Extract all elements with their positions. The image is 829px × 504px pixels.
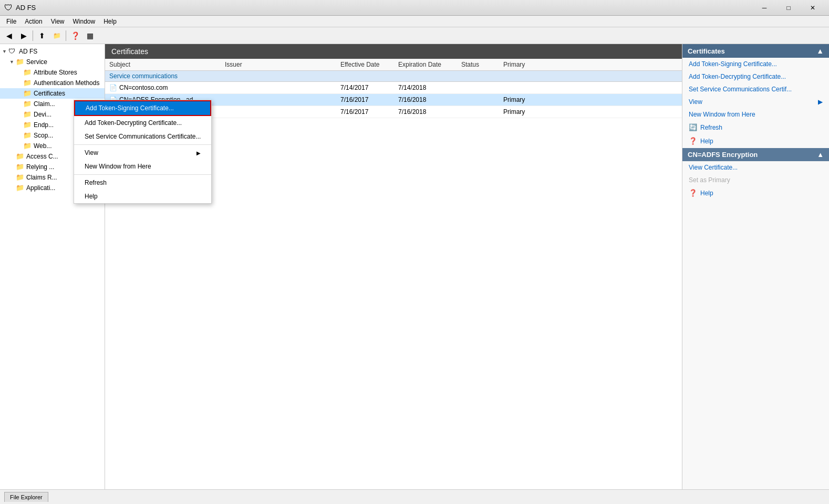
auth-expand-icon	[17, 80, 22, 86]
action-view-cert[interactable]: View Certificate...	[682, 161, 829, 174]
menu-file[interactable]: File	[2, 17, 20, 26]
menu-help[interactable]: Help	[99, 17, 121, 26]
endp-expand-icon	[17, 122, 22, 128]
auth-label: Authentication Methods	[34, 79, 99, 87]
action-view[interactable]: View ▶	[682, 96, 829, 108]
section-service-comms: Service communications	[105, 71, 682, 82]
adfs-label: AD FS	[19, 48, 37, 55]
cert-effective-encryption: 7/16/2017	[340, 96, 398, 103]
help-encryption-label: Help	[700, 190, 713, 197]
browse-button[interactable]: 📁	[50, 29, 64, 43]
col-header-status[interactable]: Status	[461, 61, 503, 68]
context-menu: Add Token-Signing Certificate... Add Tok…	[74, 100, 212, 204]
status-tab-file-explorer[interactable]: File Explorer	[4, 492, 48, 502]
table-header: Subject Issuer Effective Date Expiration…	[105, 59, 682, 71]
ctx-refresh[interactable]: Refresh	[74, 176, 211, 190]
actions-header-certs-label: Certificates	[688, 47, 725, 55]
access-folder-icon: 📁	[16, 152, 24, 161]
action-add-signing[interactable]: Add Token-Signing Certificate...	[682, 58, 829, 70]
help-certs-label: Help	[700, 138, 713, 145]
help-button[interactable]: ❓	[68, 29, 82, 43]
action-set-service-comms[interactable]: Set Service Communications Certif...	[682, 83, 829, 96]
new-window-label: New Window from Here	[689, 111, 755, 118]
ctx-set-service[interactable]: Set Service Communications Certificate..…	[74, 130, 211, 143]
menu-bar: File Action View Window Help	[0, 16, 829, 27]
claim-folder-icon: 📁	[23, 100, 32, 108]
close-button[interactable]: ✕	[801, 0, 825, 16]
devi-label: Devi...	[34, 111, 51, 118]
action-add-decrypting[interactable]: Add Token-Decrypting Certificate...	[682, 70, 829, 83]
set-service-comms-label: Set Service Communications Certif...	[689, 86, 792, 93]
action-help-certs[interactable]: ❓ Help	[682, 134, 829, 148]
back-button[interactable]: ◀	[2, 29, 16, 43]
scop-folder-icon: 📁	[23, 131, 32, 140]
applicati-expand-icon	[9, 185, 15, 191]
actions-header-encryption: CN=ADFS Encryption ▲	[682, 148, 829, 161]
cert-row-contoso[interactable]: 📄 CN=contoso.com 7/14/2017 7/14/2018	[105, 82, 682, 94]
col-header-effective[interactable]: Effective Date	[340, 61, 398, 68]
adfs-expand-icon: ▼	[2, 49, 7, 54]
col-header-expiration[interactable]: Expiration Date	[398, 61, 461, 68]
cert-expiration-contoso: 7/14/2018	[398, 84, 461, 91]
action-new-window[interactable]: New Window from Here	[682, 108, 829, 121]
ctx-view[interactable]: View ▶	[74, 146, 211, 160]
service-expand-icon: ▼	[9, 59, 15, 65]
show-hide-button[interactable]: ▦	[83, 29, 97, 43]
ctx-view-label: View	[85, 149, 98, 156]
menu-view[interactable]: View	[47, 17, 69, 26]
tree-item-adfs[interactable]: ▼ 🛡 AD FS	[0, 46, 105, 57]
ctx-refresh-label: Refresh	[85, 179, 107, 186]
ctx-help[interactable]: Help	[74, 190, 211, 203]
tree-item-auth-methods[interactable]: 📁 Authentication Methods	[0, 78, 105, 88]
service-label: Service	[26, 58, 47, 66]
up-button[interactable]: ⬆	[35, 29, 49, 43]
access-label: Access C...	[26, 153, 58, 160]
title-bar: 🛡 AD FS ─ □ ✕	[0, 0, 829, 16]
action-refresh[interactable]: 🔄 Refresh	[682, 121, 829, 134]
attr-expand-icon	[17, 70, 22, 75]
endp-label: Endp...	[34, 121, 54, 129]
col-header-subject[interactable]: Subject	[109, 61, 225, 68]
ctx-add-decrypting[interactable]: Add Token-Decrypting Certificate...	[74, 116, 211, 130]
cert-primary-signing: Primary	[503, 108, 545, 116]
encryption-collapse-icon[interactable]: ▲	[817, 151, 824, 159]
action-help-encryption[interactable]: ❓ Help	[682, 186, 829, 200]
claim-label: Claim...	[34, 100, 55, 108]
content-header: Certificates	[105, 44, 682, 59]
refresh-icon: 🔄	[689, 123, 697, 132]
scop-label: Scop...	[34, 132, 53, 139]
ctx-add-signing[interactable]: Add Token-Signing Certificate...	[74, 100, 211, 116]
attr-folder-icon: 📁	[23, 68, 32, 77]
applicati-label: Applicati...	[26, 184, 55, 192]
add-signing-label: Add Token-Signing Certificate...	[689, 60, 777, 68]
menu-window[interactable]: Window	[69, 17, 100, 26]
ctx-new-window[interactable]: New Window from Here	[74, 160, 211, 173]
col-header-primary[interactable]: Primary	[503, 61, 545, 68]
col-header-issuer[interactable]: Issuer	[225, 61, 340, 68]
tree-item-attribute-stores[interactable]: 📁 Attribute Stores	[0, 67, 105, 78]
cert-primary-encryption: Primary	[503, 96, 545, 103]
cert-status-signing	[461, 108, 503, 116]
menu-action[interactable]: Action	[20, 17, 46, 26]
tree-item-service[interactable]: ▼ 📁 Service	[0, 57, 105, 67]
tree-item-certificates[interactable]: 📁 Certificates	[0, 88, 105, 99]
auth-folder-icon: 📁	[23, 79, 32, 87]
window-controls: ─ □ ✕	[752, 0, 825, 16]
cert-effective-contoso: 7/14/2017	[340, 84, 398, 91]
ctx-set-service-label: Set Service Communications Certificate..…	[85, 133, 201, 140]
relying-label: Relying ...	[26, 163, 54, 171]
restore-button[interactable]: □	[776, 0, 801, 16]
actions-header-certs: Certificates ▲	[682, 44, 829, 58]
cert-status-contoso	[461, 84, 503, 91]
cert-effective-signing: 7/16/2017	[340, 108, 398, 116]
claim-expand-icon	[17, 101, 22, 107]
minimize-button[interactable]: ─	[752, 0, 776, 16]
ctx-add-decrypting-label: Add Token-Decrypting Certificate...	[85, 119, 182, 127]
view-arrow-icon: ▶	[818, 98, 823, 106]
certs-label: Certificates	[34, 90, 65, 97]
certs-collapse-icon[interactable]: ▲	[816, 47, 824, 55]
ctx-view-arrow-icon: ▶	[196, 150, 201, 156]
ctx-add-signing-label: Add Token-Signing Certificate...	[86, 104, 174, 112]
actions-panel: Certificates ▲ Add Token-Signing Certifi…	[682, 44, 829, 489]
forward-button[interactable]: ▶	[17, 29, 30, 43]
